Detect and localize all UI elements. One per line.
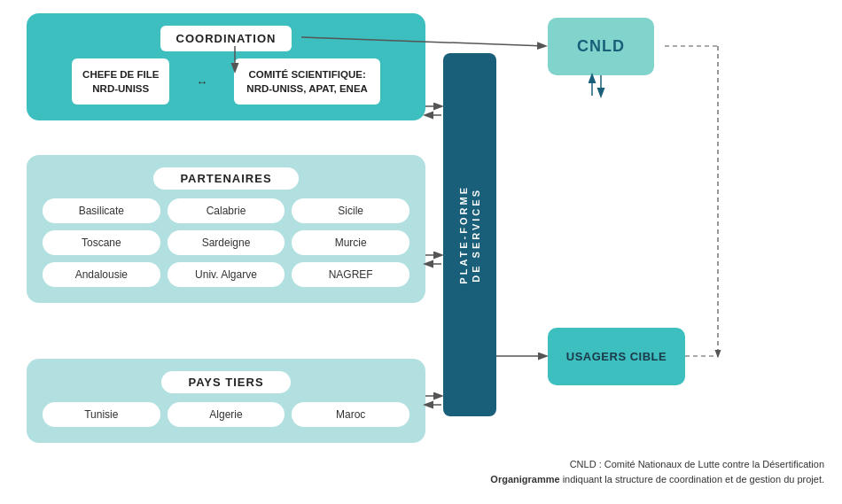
cnld-box: CNLD [548, 18, 654, 75]
plateforme-text: PLATE-FORME DE SERVICES [455, 53, 485, 416]
list-item: Sardeigne [168, 230, 285, 255]
plateforme-col2: DE SERVICES [471, 188, 481, 283]
list-item: Tunisie [43, 402, 160, 427]
diagram: COORDINATION CHEFE DE FILENRD-UNISS ↔ CO… [0, 0, 842, 504]
usagers-label: USAGERS CIBLE [566, 350, 667, 363]
footer-line1: CNLD : Comité Nationaux de Lutte contre … [490, 457, 824, 473]
list-item: Algerie [168, 402, 285, 427]
comite-scientifique: COMITÉ SCIENTIFIQUE:NRD-UNISS, APAT, ENE… [234, 58, 380, 105]
plateforme-box: PLATE-FORME DE SERVICES [443, 53, 496, 416]
footer-normal: indiquant la structure de coordination e… [560, 474, 824, 485]
plateforme-col1: PLATE-FORME [458, 185, 469, 284]
list-item: Murcie [292, 230, 409, 255]
list-item: Calabrie [168, 198, 285, 223]
pays-tiers-box: PAYS TIERS Tunisie Algerie Maroc [27, 359, 425, 443]
list-item: Maroc [292, 402, 409, 427]
partenaires-grid: Basilicate Calabrie Sicile Toscane Sarde… [43, 198, 409, 287]
list-item: Andalousie [43, 262, 160, 287]
partenaires-box: PARTENAIRES Basilicate Calabrie Sicile T… [27, 155, 425, 303]
pays-tiers-title: PAYS TIERS [161, 371, 290, 393]
pays-grid: Tunisie Algerie Maroc [43, 402, 409, 427]
usagers-cible-box: USAGERS CIBLE [548, 328, 685, 385]
footer-bold: Organigramme [490, 474, 559, 485]
cnld-label: CNLD [577, 37, 625, 56]
list-item: Univ. Algarve [168, 262, 285, 287]
partenaires-title: PARTENAIRES [153, 167, 298, 190]
list-item: Basilicate [43, 198, 160, 223]
list-item: Toscane [43, 230, 160, 255]
footer-line2: Organigramme indiquant la structure de c… [490, 472, 824, 488]
list-item: NAGREF [292, 262, 409, 287]
list-item: Sicile [292, 198, 409, 223]
coordination-box: COORDINATION CHEFE DE FILENRD-UNISS ↔ CO… [27, 13, 425, 120]
chefe-de-file: CHEFE DE FILENRD-UNISS [72, 58, 169, 105]
bi-arrow-horiz: ↔ [196, 75, 207, 89]
footer: CNLD : Comité Nationaux de Lutte contre … [490, 457, 824, 488]
coordination-title: COORDINATION [160, 26, 292, 51]
